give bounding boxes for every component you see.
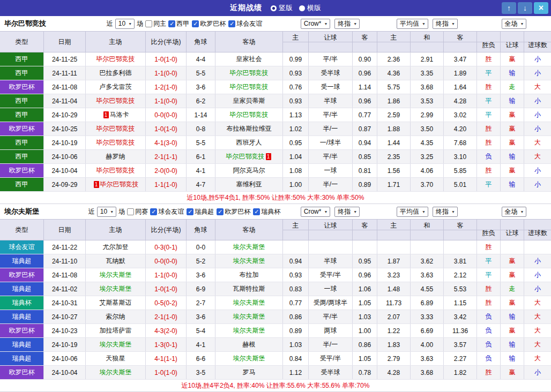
match-score[interactable]: 0-0(0-0) — [146, 108, 187, 122]
away-team-cell: 埃尔夫斯堡 — [215, 310, 283, 323]
home-team[interactable]: 埃尔夫斯堡 — [100, 270, 132, 280]
match-score[interactable]: 1-1(1-0) — [146, 178, 187, 191]
match-score[interactable]: 0-5(0-2) — [146, 296, 187, 310]
odds-source-select[interactable]: Crow* ▼ — [301, 207, 331, 217]
home-team[interactable]: 赫罗纳 — [106, 152, 125, 161]
league-filter-checkbox[interactable]: 瑞典杯 — [253, 207, 280, 216]
league-filter-checkbox[interactable]: 欧罗巴杯 — [217, 207, 250, 216]
avg-draw: 3.35 — [411, 66, 444, 80]
league-filter-checkbox[interactable]: 欧罗巴杯 — [192, 19, 226, 28]
home-team[interactable]: 埃尔夫斯堡 — [100, 340, 132, 349]
venue-filter-checkbox[interactable]: 同赛 — [127, 207, 148, 216]
match-score[interactable]: 4-1(1-1) — [146, 352, 187, 365]
matches-count-select[interactable]: 10 ▼ — [97, 207, 116, 217]
match-score[interactable]: 1-1(0-0) — [146, 66, 187, 80]
league-filter-checkbox[interactable]: 球会友谊 — [228, 19, 262, 28]
match-score[interactable]: 0-0(0-0) — [146, 254, 187, 268]
result-handicap: 走 — [501, 282, 524, 296]
close-button[interactable]: × — [534, 2, 548, 14]
away-team[interactable]: 埃尔夫斯堡 — [233, 298, 265, 307]
match-score[interactable]: 1-2(1-0) — [146, 80, 187, 94]
venue-filter-checkbox[interactable]: 同主 — [145, 19, 166, 28]
away-team[interactable]: 毕尔巴鄂竞技 — [230, 110, 269, 119]
league-filter-checkbox[interactable]: 西甲 — [168, 19, 189, 28]
match-score[interactable]: 1-0(1-0) — [146, 122, 187, 135]
layout-radio-selected[interactable]: 竖版 — [271, 3, 293, 13]
away-team-cell: 罗马 — [215, 366, 283, 379]
home-team[interactable]: 毕尔巴鄂竞技 — [96, 124, 135, 133]
away-team[interactable]: 埃尔夫斯堡 — [233, 243, 265, 252]
final-odds-select-2[interactable]: 终指 ▼ — [433, 207, 458, 217]
home-team[interactable]: 瓦纳默 — [106, 257, 125, 266]
away-team[interactable]: 瓦斯特拉斯 — [233, 284, 265, 293]
scope-select[interactable]: 全场 ▼ — [502, 19, 527, 29]
away-team[interactable]: 布拉加 — [240, 270, 259, 280]
result-outcome: 胜 — [477, 136, 501, 149]
home-team[interactable]: 毕尔巴鄂竞技 — [100, 180, 139, 189]
away-team[interactable]: 毕尔巴鄂竞技 — [226, 152, 265, 161]
match-score[interactable]: 1-3(0-1) — [146, 338, 187, 351]
final-odds-select[interactable]: 终指 ▼ — [334, 207, 360, 217]
result-handicap: 赢 — [501, 52, 524, 66]
away-team-cell: 布拉加 — [215, 268, 283, 282]
match-score[interactable]: 4-1(3-0) — [146, 136, 187, 149]
scope-select-group: 全场 ▼ — [477, 19, 551, 29]
away-team[interactable]: 皇家贝蒂斯 — [233, 96, 265, 105]
final-odds-select-2[interactable]: 终指 ▼ — [433, 19, 458, 29]
table-row: 欧罗巴杯24-10-04毕尔巴鄂竞技2-0(0-0)4-1阿尔克马尔1.08一球… — [0, 164, 551, 178]
away-team[interactable]: 阿尔克马尔 — [233, 166, 265, 175]
league-badge: 瑞典超 — [0, 352, 44, 365]
scope-select[interactable]: 全场 ▼ — [502, 207, 527, 217]
match-score[interactable]: 1-0(1-0) — [146, 282, 187, 296]
home-team[interactable]: 索尔纳 — [106, 312, 125, 321]
avg-home: 3.23 — [377, 268, 411, 282]
home-team[interactable]: 加拉塔萨雷 — [100, 326, 132, 335]
home-team[interactable]: 毕尔巴鄂竞技 — [96, 138, 135, 147]
section-team-name: 埃尔夫斯堡 — [0, 207, 86, 216]
match-score[interactable]: 1-0(1-0) — [146, 366, 187, 379]
match-score[interactable]: 1-0(1-0) — [146, 52, 187, 66]
league-filter-checkbox[interactable]: 瑞典超 — [187, 207, 214, 216]
matches-count-select[interactable]: 10 ▼ — [115, 19, 135, 29]
match-score[interactable]: 2-1(1-0) — [146, 310, 187, 323]
move-up-button[interactable]: ↑ — [502, 2, 516, 14]
average-odds-select[interactable]: 平均值 ▼ — [397, 207, 428, 217]
away-team[interactable]: 毕尔巴鄂竞技 — [230, 69, 269, 78]
match-score[interactable]: 1-1(0-0) — [146, 94, 187, 108]
average-odds-select[interactable]: 平均值 ▼ — [397, 19, 428, 29]
away-team[interactable]: 布拉格斯拉维亚 — [227, 124, 272, 133]
odds-away: 0.78 — [353, 366, 377, 379]
away-team[interactable]: 塞维利亚 — [236, 180, 262, 189]
final-odds-select[interactable]: 终指 ▼ — [334, 19, 360, 29]
home-team[interactable]: 天狼星 — [106, 354, 125, 363]
away-team[interactable]: 埃尔夫斯堡 — [233, 326, 265, 335]
away-team[interactable]: 罗马 — [243, 368, 256, 377]
match-score[interactable]: 2-1(1-1) — [146, 150, 187, 163]
league-filter-checkbox[interactable]: 球会友谊 — [150, 207, 184, 216]
home-team[interactable]: 巴拉多利德 — [100, 69, 132, 78]
home-team[interactable]: 埃尔夫斯堡 — [100, 284, 132, 293]
match-score[interactable]: 2-0(0-0) — [146, 164, 187, 177]
home-team[interactable]: 卢多戈雷茨 — [100, 82, 132, 92]
home-team[interactable]: 艾斯基斯迈 — [100, 298, 132, 307]
layout-radio-option[interactable]: 横版 — [299, 3, 321, 13]
away-team[interactable]: 毕尔巴鄂竞技 — [230, 82, 269, 92]
home-team[interactable]: 埃尔夫斯堡 — [100, 368, 132, 377]
home-team[interactable]: 毕尔巴鄂竞技 — [96, 55, 135, 64]
match-score[interactable]: 4-3(2-0) — [146, 324, 187, 337]
home-team[interactable]: 马洛卡 — [110, 110, 129, 119]
match-score[interactable]: 1-1(0-0) — [146, 268, 187, 282]
match-score[interactable]: 0-3(0-1) — [146, 240, 187, 254]
away-team[interactable]: 埃尔夫斯堡 — [233, 354, 265, 363]
move-down-button[interactable]: ↓ — [518, 2, 532, 14]
odds-source-select[interactable]: Crow* ▼ — [301, 19, 331, 29]
away-team[interactable]: 赫根 — [243, 340, 256, 349]
away-team[interactable]: 皇家社会 — [236, 55, 262, 64]
away-team[interactable]: 埃尔夫斯堡 — [233, 312, 265, 321]
home-team[interactable]: 毕尔巴鄂竞技 — [96, 96, 135, 105]
league-filter-label: 球会友谊 — [236, 19, 262, 28]
away-team[interactable]: 埃尔夫斯堡 — [233, 257, 265, 266]
away-team[interactable]: 西班牙人 — [236, 138, 262, 147]
home-team[interactable]: 尤尔加登 — [103, 243, 129, 252]
home-team[interactable]: 毕尔巴鄂竞技 — [96, 166, 135, 175]
